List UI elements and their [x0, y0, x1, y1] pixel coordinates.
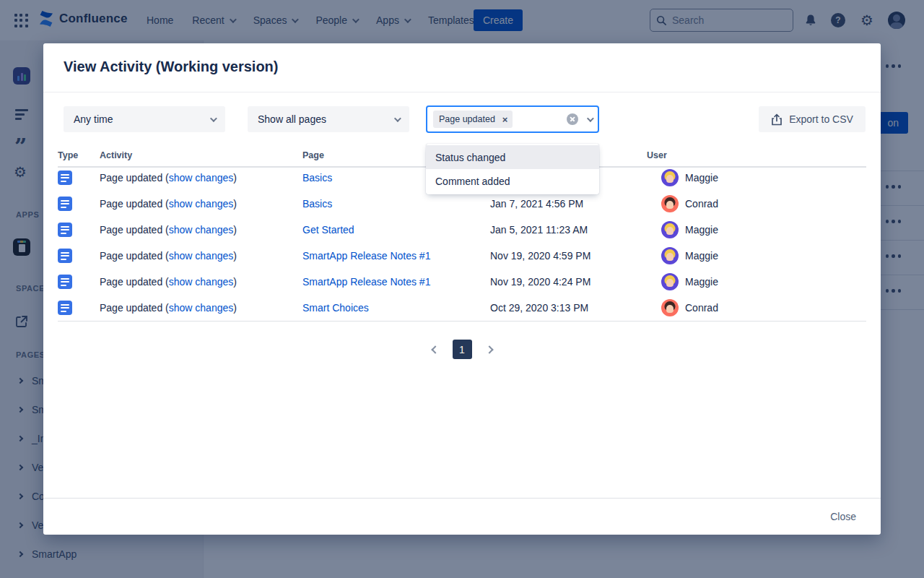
user-cell: Maggie — [661, 269, 718, 295]
date-cell: Nov 19, 2020 4:24 PM — [490, 269, 590, 295]
user-avatar — [661, 169, 679, 186]
activity-cell: Page updated (show changes) — [100, 269, 237, 295]
page-link[interactable]: Smart Choices — [302, 302, 369, 314]
menu-option-comment-added[interactable]: Comment added — [426, 169, 599, 193]
date-cell: Jan 7, 2021 4:56 PM — [490, 191, 583, 217]
page: Confluence Home Recent Spaces People App… — [0, 0, 924, 578]
page-type-icon[interactable] — [58, 249, 72, 263]
menu-option-status-changed[interactable]: Status changed — [426, 145, 599, 169]
page-type-icon[interactable] — [58, 301, 72, 315]
chevron-down-icon — [394, 115, 401, 122]
filter-bar: Any time Show all pages Page updated × — [43, 106, 881, 134]
table-row: Page updated (show changes) Basics Jan 7… — [58, 191, 866, 217]
table-row: Page updated (show changes) Smart Choice… — [58, 295, 866, 321]
export-icon — [771, 113, 783, 126]
chevron-down-icon[interactable] — [587, 115, 594, 122]
user-avatar — [661, 247, 679, 264]
user-cell: Maggie — [661, 217, 718, 243]
show-changes-link[interactable]: show changes — [169, 276, 234, 288]
page-type-icon[interactable] — [58, 223, 72, 237]
previous-page-icon[interactable] — [431, 345, 439, 353]
table-row: Page updated (show changes) SmartApp Rel… — [58, 243, 866, 269]
modal-title: View Activity (Working version) — [64, 59, 278, 75]
column-header-activity: Activity — [100, 150, 132, 160]
show-changes-link[interactable]: show changes — [169, 302, 234, 314]
page-link[interactable]: SmartApp Release Notes #1 — [302, 276, 430, 288]
page-type-icon[interactable] — [58, 197, 72, 211]
page-link[interactable]: Basics — [302, 198, 332, 210]
time-filter-select[interactable]: Any time — [64, 106, 225, 132]
pagination: 1 — [43, 340, 881, 359]
user-cell: Conrad — [661, 191, 718, 217]
page-link[interactable]: SmartApp Release Notes #1 — [302, 250, 430, 262]
divider — [43, 92, 881, 92]
column-header-page: Page — [302, 150, 324, 160]
show-changes-link[interactable]: show changes — [169, 224, 234, 236]
page-type-icon[interactable] — [58, 275, 72, 289]
pages-filter-select[interactable]: Show all pages — [248, 106, 409, 132]
next-page-icon[interactable] — [485, 345, 493, 353]
filter-chip-page-updated: Page updated × — [433, 111, 513, 128]
view-activity-modal: View Activity (Working version) Any time… — [43, 43, 881, 535]
page-link[interactable]: Basics — [302, 172, 332, 184]
user-cell: Maggie — [661, 165, 718, 191]
column-header-user: User — [647, 150, 667, 160]
show-changes-link[interactable]: show changes — [169, 250, 234, 262]
activity-cell: Page updated (show changes) — [100, 165, 237, 191]
activity-cell: Page updated (show changes) — [100, 243, 237, 269]
date-cell: Nov 19, 2020 4:59 PM — [490, 243, 590, 269]
activity-cell: Page updated (show changes) — [100, 191, 237, 217]
chip-remove-icon[interactable]: × — [500, 114, 510, 125]
user-avatar — [661, 221, 679, 238]
user-cell: Conrad — [661, 295, 718, 321]
page-type-icon[interactable] — [58, 171, 72, 185]
table-row: Page updated (show changes) Get Started … — [58, 217, 866, 243]
page-link[interactable]: Get Started — [302, 224, 354, 236]
show-changes-link[interactable]: show changes — [169, 172, 234, 184]
user-avatar — [661, 195, 679, 212]
export-csv-button[interactable]: Export to CSV — [759, 106, 866, 132]
clear-all-icon[interactable] — [567, 113, 578, 125]
show-changes-link[interactable]: show changes — [169, 198, 234, 210]
date-cell: Jan 5, 2021 11:23 AM — [490, 217, 588, 243]
divider — [58, 321, 866, 322]
user-cell: Maggie — [661, 243, 718, 269]
user-avatar — [661, 299, 679, 316]
date-cell: Oct 29, 2020 3:13 PM — [490, 295, 588, 321]
activity-cell: Page updated (show changes) — [100, 295, 237, 321]
chevron-down-icon — [210, 115, 217, 122]
current-page-button[interactable]: 1 — [453, 340, 472, 359]
close-button[interactable]: Close — [830, 511, 856, 522]
activity-type-multiselect[interactable]: Page updated × — [426, 105, 599, 133]
user-avatar — [661, 273, 679, 290]
column-header-type: Type — [58, 150, 78, 160]
table-row: Page updated (show changes) SmartApp Rel… — [58, 269, 866, 295]
activity-cell: Page updated (show changes) — [100, 217, 237, 243]
activity-type-dropdown-menu: Status changed Comment added — [426, 144, 599, 194]
modal-footer: Close — [43, 498, 881, 535]
